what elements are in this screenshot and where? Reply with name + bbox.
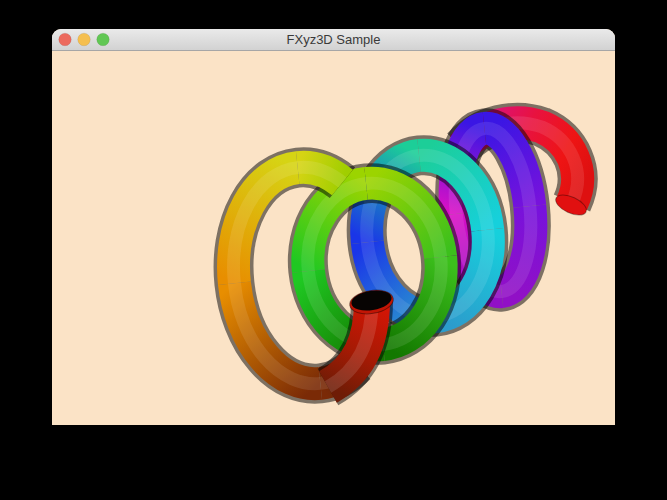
app-window: FXyz3D Sample — [52, 29, 615, 425]
3d-viewport[interactable] — [52, 51, 615, 425]
content-area — [52, 51, 615, 425]
title-bar[interactable]: FXyz3D Sample — [52, 29, 615, 51]
desktop: { "window": { "title": "FXyz3D Sample", … — [0, 0, 667, 500]
window-title: FXyz3D Sample — [52, 29, 615, 51]
